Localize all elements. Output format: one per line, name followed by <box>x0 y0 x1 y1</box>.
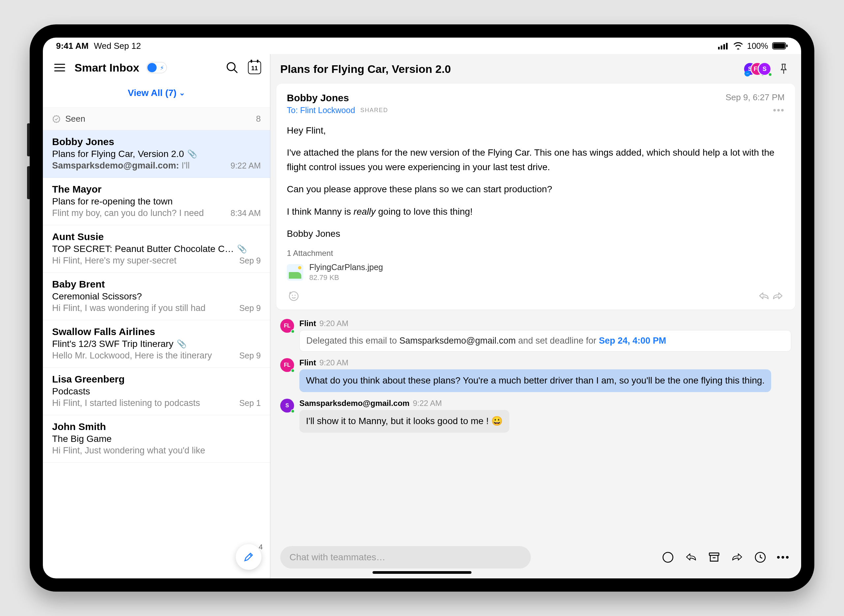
screen: 9:41 AM Wed Sep 12 100% <box>43 38 801 578</box>
chat-author: Flint <box>299 319 316 328</box>
reply-icon[interactable] <box>757 289 771 303</box>
calendar-icon[interactable]: 11 <box>247 60 262 75</box>
status-bar: 9:41 AM Wed Sep 12 100% <box>43 38 801 54</box>
chat-time: 9:20 AM <box>319 358 349 367</box>
email-to[interactable]: To: Flint Lockwood <box>287 106 355 115</box>
email-time: Sep 9 <box>239 256 261 265</box>
presence-dot <box>291 329 295 333</box>
reply-icon[interactable] <box>683 549 699 565</box>
email-sender: John Smith <box>52 421 261 432</box>
attachment-icon: 📎 <box>237 244 247 254</box>
attachment-item[interactable]: FlyingCarPlans.jpeg 82.79 KB <box>287 263 785 282</box>
email-subject: Plans for Flying Car, Version 2.0📎 <box>52 149 261 159</box>
menu-icon[interactable] <box>52 60 67 75</box>
email-sender: Baby Brent <box>52 279 261 290</box>
thread-title: Plans for Flying Car, Version 2.0 <box>280 63 745 76</box>
email-subject: Ceremonial Scissors? <box>52 291 261 302</box>
email-time: 8:34 AM <box>230 208 261 218</box>
home-indicator <box>372 571 472 574</box>
battery-icon <box>772 42 788 50</box>
email-preview: Flint my boy, can you do lunch? I need <box>52 208 225 218</box>
chat-input[interactable]: Chat with teammates… <box>280 546 531 569</box>
calendar-day: 11 <box>251 65 258 72</box>
email-timestamp: Sep 9, 6:27 PM <box>726 92 785 104</box>
email-subject: The Big Game <box>52 434 261 444</box>
email-list-item[interactable]: Aunt SusieTOP SECRET: Peanut Butter Choc… <box>43 225 270 273</box>
forward-icon[interactable] <box>729 549 745 565</box>
email-list-item[interactable]: Baby BrentCeremonial Scissors?Hi Flint, … <box>43 273 270 320</box>
more-icon[interactable]: ••• <box>775 549 791 565</box>
participant-avatars[interactable]: S→ FL S <box>750 62 771 76</box>
snooze-icon[interactable] <box>752 549 768 565</box>
archive-icon[interactable] <box>706 549 722 565</box>
sidebar: Smart Inbox ⚡︎ 11 <box>43 54 270 578</box>
attachment-size: 82.79 KB <box>309 273 383 282</box>
shared-badge: SHARED <box>360 107 388 114</box>
compose-bar: Chat with teammates… ••• <box>270 540 801 578</box>
presence-dot <box>768 73 772 76</box>
section-seen[interactable]: Seen 8 <box>43 107 270 130</box>
email-sender: Swallow Falls Airlines <box>52 326 261 337</box>
inbox-title: Smart Inbox <box>75 61 139 74</box>
email-body: Hey Flint, I've attached the plans for t… <box>287 123 785 241</box>
email-list-item[interactable]: Bobby JonesPlans for Flying Car, Version… <box>43 130 270 178</box>
section-label: Seen <box>65 114 85 124</box>
more-icon[interactable]: ••• <box>773 105 785 116</box>
email-preview: Hi Flint, I started listening to podcast… <box>52 398 234 408</box>
svg-point-14 <box>292 295 293 296</box>
email-message: Bobby Jones Sep 9, 6:27 PM To: Flint Loc… <box>276 84 795 309</box>
avatar: FL <box>280 358 294 372</box>
chat-bubble: What do you think about these plans? You… <box>299 369 771 392</box>
email-time: Sep 1 <box>239 398 261 408</box>
svg-rect-0 <box>718 47 720 50</box>
pin-icon[interactable] <box>776 61 791 76</box>
svg-rect-17 <box>709 553 719 555</box>
status-date: Wed Sep 12 <box>94 41 141 51</box>
email-preview: Samsparksdemo@gmail.com: I'll <box>52 161 225 171</box>
image-file-icon <box>287 264 303 281</box>
email-preview: Hi Flint, I was wondering if you still h… <box>52 303 234 313</box>
email-list-item[interactable]: Lisa GreenbergPodcastsHi Flint, I starte… <box>43 368 270 415</box>
avatar: FL <box>280 319 294 333</box>
email-sender: Bobby Jones <box>52 136 261 147</box>
chat-bubble: I'll show it to Manny, but it looks good… <box>299 410 509 433</box>
email-time: Sep 9 <box>239 351 261 361</box>
email-sender: Lisa Greenberg <box>52 374 261 385</box>
chevron-down-icon: ⌄ <box>179 89 185 97</box>
presence-dot <box>291 409 295 413</box>
attachment-icon: 📎 <box>187 150 197 158</box>
avatar: S <box>280 399 294 412</box>
react-icon[interactable] <box>287 289 301 303</box>
view-all-label: View All (7) <box>128 88 177 98</box>
cellular-icon <box>718 42 729 50</box>
search-icon[interactable] <box>224 60 240 75</box>
email-list-item[interactable]: John SmithThe Big GameHi Flint, Just won… <box>43 415 270 463</box>
chat-time: 9:22 AM <box>413 399 442 408</box>
view-all-link[interactable]: View All (7) ⌄ <box>128 88 185 98</box>
svg-rect-6 <box>786 44 788 47</box>
svg-point-15 <box>295 295 295 296</box>
attachment-name: FlyingCarPlans.jpeg <box>309 263 383 272</box>
svg-line-11 <box>234 70 237 73</box>
email-list: Bobby JonesPlans for Flying Car, Version… <box>43 130 270 578</box>
email-subject: Podcasts <box>52 386 261 397</box>
tablet-frame: 9:41 AM Wed Sep 12 100% <box>30 24 814 592</box>
compose-badge: 4 <box>259 543 263 551</box>
email-preview: Hi Flint, Just wondering what you'd like <box>52 446 255 456</box>
email-time: 9:22 AM <box>230 161 261 170</box>
forward-icon[interactable] <box>771 289 785 303</box>
chat-placeholder: Chat with teammates… <box>289 552 385 562</box>
smart-toggle[interactable]: ⚡︎ <box>147 62 167 73</box>
compose-button[interactable]: 4 <box>236 544 261 570</box>
mark-read-icon[interactable] <box>660 549 676 565</box>
email-list-item[interactable]: Swallow Falls AirlinesFlint's 12/3 SWF T… <box>43 320 270 368</box>
email-sender: Aunt Susie <box>52 231 261 242</box>
email-list-item[interactable]: The MayorPlans for re-opening the townFl… <box>43 178 270 225</box>
chat-row: FLFlint9:20 AMWhat do you think about th… <box>276 355 795 395</box>
thread-view: Plans for Flying Car, Version 2.0 S→ FL … <box>270 54 801 578</box>
chat-time: 9:20 AM <box>319 319 349 328</box>
section-count: 8 <box>256 114 261 124</box>
seen-badge-icon <box>52 115 61 123</box>
email-sender: The Mayor <box>52 184 261 195</box>
attachment-icon: 📎 <box>177 339 187 349</box>
